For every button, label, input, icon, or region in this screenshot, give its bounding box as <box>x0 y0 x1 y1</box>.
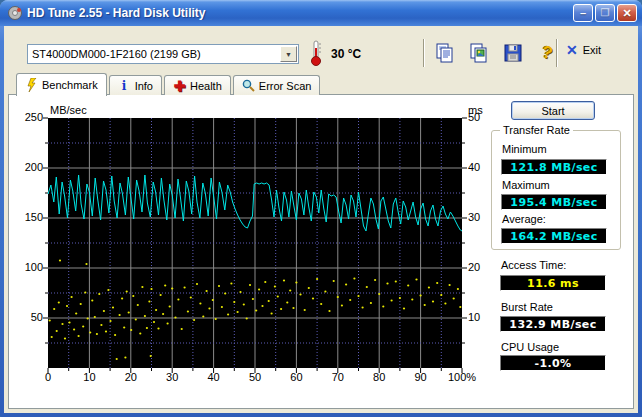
axis-tick-label: 60 <box>276 371 316 383</box>
average-value: 164.2 MB/sec <box>501 228 607 244</box>
close-icon: ✕ <box>622 8 631 19</box>
transfer-rate-groupbox: Transfer Rate Minimum 121.8 MB/sec Maxim… <box>491 130 621 250</box>
benchmark-page: MB/sec ms 250200150100505040302010010203… <box>8 94 634 409</box>
drive-select[interactable]: ST4000DM000-1F2160 (2199 GB) ▼ <box>27 44 299 64</box>
axis-tick-label: 10 <box>468 311 498 323</box>
burst-rate-label: Burst Rate <box>501 301 553 313</box>
tab-error-scan-label: Error Scan <box>259 80 312 92</box>
close-button[interactable]: ✕ <box>617 4 637 22</box>
axis-tick-label: 200 <box>9 161 43 173</box>
axis-tick-label: 30 <box>152 371 192 383</box>
left-axis-unit: MB/sec <box>50 104 87 116</box>
axis-tick-label: 250 <box>9 111 43 123</box>
info-icon: i <box>118 79 131 92</box>
copy-text-button[interactable] <box>432 40 458 66</box>
cpu-usage-value: -1.0% <box>500 355 606 371</box>
tab-benchmark-label: Benchmark <box>42 79 98 91</box>
tab-info-label: Info <box>135 80 153 92</box>
copy-text-icon <box>435 43 455 63</box>
copy-screenshot-button[interactable] <box>466 40 492 66</box>
maximize-button[interactable]: ❐ <box>595 4 615 22</box>
benchmark-plot <box>48 118 462 368</box>
axis-tick-label: 20 <box>468 261 498 273</box>
axis-tick-label: 80 <box>359 371 399 383</box>
drive-select-value: ST4000DM000-1F2160 (2199 GB) <box>28 48 280 60</box>
toolbar-separator <box>556 39 558 67</box>
access-time-label: Access Time: <box>501 259 566 271</box>
tab-health[interactable]: ✚ Health <box>164 75 231 95</box>
axis-tick-label: 70 <box>318 371 358 383</box>
help-icon: ? <box>540 42 554 64</box>
axis-tick-label: 150 <box>9 211 43 223</box>
axis-tick-label: 50 <box>9 311 43 323</box>
tab-info[interactable]: i Info <box>109 75 162 95</box>
axis-tick-label: 100% <box>442 371 482 383</box>
titlebar[interactable]: HD Tune 2.55 - Hard Disk Utility – ❐ ✕ <box>0 0 642 26</box>
save-icon <box>503 43 523 63</box>
axis-tick-label: 40 <box>194 371 234 383</box>
axis-tick-label: 100 <box>9 261 43 273</box>
minimum-label: Minimum <box>502 143 547 155</box>
axis-tick-label: 10 <box>69 371 109 383</box>
maximum-label: Maximum <box>502 179 550 191</box>
exit-button[interactable]: ✕ Exit <box>566 43 601 57</box>
tab-strip: Benchmark i Info ✚ Health Error Scan <box>16 72 322 95</box>
lightning-icon <box>25 78 38 91</box>
exit-label: Exit <box>583 44 601 56</box>
save-screenshot-button[interactable] <box>500 40 526 66</box>
access-time-value: 11.6 ms <box>500 275 606 291</box>
burst-rate-value: 132.9 MB/sec <box>500 316 606 332</box>
tab-health-label: Health <box>190 80 222 92</box>
copy-screenshot-icon <box>469 43 489 63</box>
minimize-icon: – <box>580 8 586 19</box>
maximize-icon: ❐ <box>601 8 610 18</box>
start-button-label: Start <box>541 105 564 117</box>
app-icon <box>7 5 23 21</box>
axis-tick-label: 20 <box>111 371 151 383</box>
toolbar-separator <box>423 39 425 67</box>
cpu-usage-label: CPU Usage <box>501 341 559 353</box>
hdtune-window: HD Tune 2.55 - Hard Disk Utility – ❐ ✕ S… <box>0 0 642 417</box>
magnifier-icon <box>242 79 255 92</box>
axis-tick-label: 50 <box>235 371 275 383</box>
axis-tick-label: 90 <box>401 371 441 383</box>
client-area: ST4000DM000-1F2160 (2199 GB) ▼ 30 °C <box>4 26 638 413</box>
average-label: Average: <box>502 213 546 225</box>
maximum-value: 195.4 MB/sec <box>501 194 607 210</box>
minimum-value: 121.8 MB/sec <box>501 159 607 175</box>
exit-x-icon: ✕ <box>566 43 578 57</box>
tab-benchmark[interactable]: Benchmark <box>16 73 107 96</box>
axis-tick-label: 0 <box>28 371 68 383</box>
transfer-rate-title: Transfer Rate <box>500 124 573 136</box>
minimize-button[interactable]: – <box>573 4 593 22</box>
health-cross-icon: ✚ <box>173 79 186 92</box>
start-button[interactable]: Start <box>511 101 595 120</box>
axis-tick-label: 50 <box>468 111 498 123</box>
tab-error-scan[interactable]: Error Scan <box>233 75 321 95</box>
temperature-value: 30 °C <box>331 47 361 61</box>
window-title: HD Tune 2.55 - Hard Disk Utility <box>27 6 573 20</box>
chevron-down-icon[interactable]: ▼ <box>280 46 297 62</box>
thermometer-icon <box>309 39 323 67</box>
